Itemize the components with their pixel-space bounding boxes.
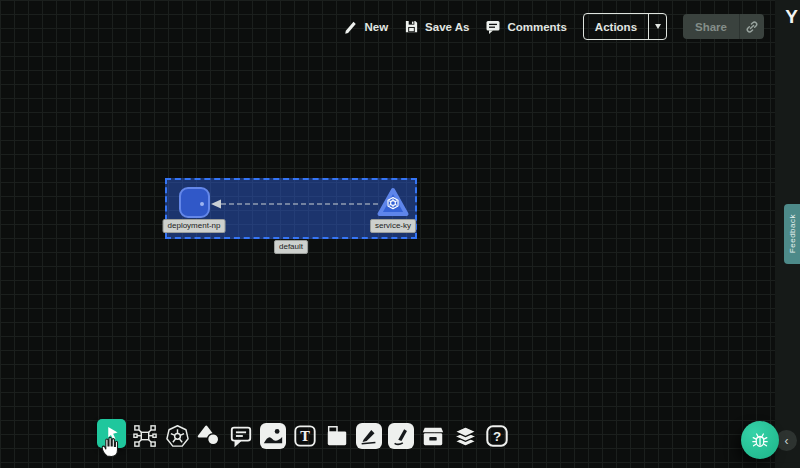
tool-kubernetes-button[interactable] [164, 423, 190, 449]
link-icon [745, 20, 759, 34]
text-icon: T [293, 424, 317, 448]
tool-layers-button[interactable] [452, 423, 478, 449]
feedback-tab-label: Feedback [788, 214, 797, 253]
cursor-arrow-icon [103, 424, 121, 442]
help-icon: ? [485, 424, 509, 448]
new-label: New [364, 21, 388, 33]
service-node-label: service-ky [370, 219, 416, 233]
tool-palette: T [97, 423, 510, 449]
pen-icon [358, 425, 380, 447]
actions-split-button: Actions [583, 13, 667, 40]
tool-note-button[interactable] [324, 423, 350, 449]
save-as-label: Save As [425, 21, 469, 33]
tool-archive-button[interactable] [420, 423, 446, 449]
connector-arrow[interactable] [208, 197, 380, 211]
share-label: Share [695, 21, 727, 33]
collapse-panel-button[interactable]: ‹ [776, 430, 797, 451]
tool-text-button[interactable]: T [292, 423, 318, 449]
tool-shapes-button[interactable] [196, 423, 222, 449]
app-logo: Y [785, 6, 797, 28]
save-icon [404, 19, 419, 34]
feedback-tab[interactable]: Feedback [784, 204, 800, 264]
actions-dropdown-button[interactable] [648, 14, 666, 39]
diagram-canvas[interactable]: deployment-np service-ky default [0, 0, 800, 468]
connect-nodes-icon [133, 424, 157, 448]
image-icon [262, 425, 284, 447]
top-toolbar: New Save As Comments Actions Share [343, 13, 764, 40]
archive-box-icon [421, 424, 445, 448]
deployment-node-label: deployment-np [163, 219, 226, 233]
actions-button[interactable]: Actions [584, 14, 648, 39]
tool-pen-button[interactable] [356, 423, 382, 449]
share-button[interactable]: Share [683, 14, 739, 39]
layers-icon [453, 424, 478, 449]
save-as-button[interactable]: Save As [404, 19, 469, 34]
comments-icon [485, 19, 501, 35]
copy-link-button[interactable] [739, 14, 764, 39]
tool-comment-button[interactable] [228, 423, 254, 449]
pencil-icon [343, 19, 358, 34]
namespace-label: default [274, 240, 308, 254]
comments-label: Comments [507, 21, 566, 33]
tool-freehand-button[interactable] [388, 423, 414, 449]
share-split-button: Share [683, 14, 764, 39]
actions-label: Actions [595, 21, 637, 33]
kubernetes-icon [165, 424, 190, 449]
tool-select-button[interactable] [97, 419, 126, 448]
note-icon [325, 424, 349, 448]
comment-icon [229, 424, 253, 448]
new-button[interactable]: New [343, 19, 388, 34]
report-bug-button[interactable] [741, 421, 779, 459]
comments-button[interactable]: Comments [485, 19, 566, 35]
tool-help-button[interactable]: ? [484, 423, 510, 449]
svg-text:T: T [300, 429, 310, 444]
chevron-down-icon [655, 24, 661, 29]
freehand-pen-icon [390, 425, 412, 447]
deployment-node[interactable] [179, 187, 210, 218]
svg-text:?: ? [493, 429, 501, 444]
tool-connect-nodes-button[interactable] [132, 423, 158, 449]
service-node[interactable] [376, 185, 410, 219]
chevron-left-icon: ‹ [785, 435, 789, 447]
bug-icon [750, 430, 770, 450]
connector-anchor-dot [200, 202, 204, 206]
tool-image-button[interactable] [260, 423, 286, 449]
shapes-icon [197, 424, 221, 448]
